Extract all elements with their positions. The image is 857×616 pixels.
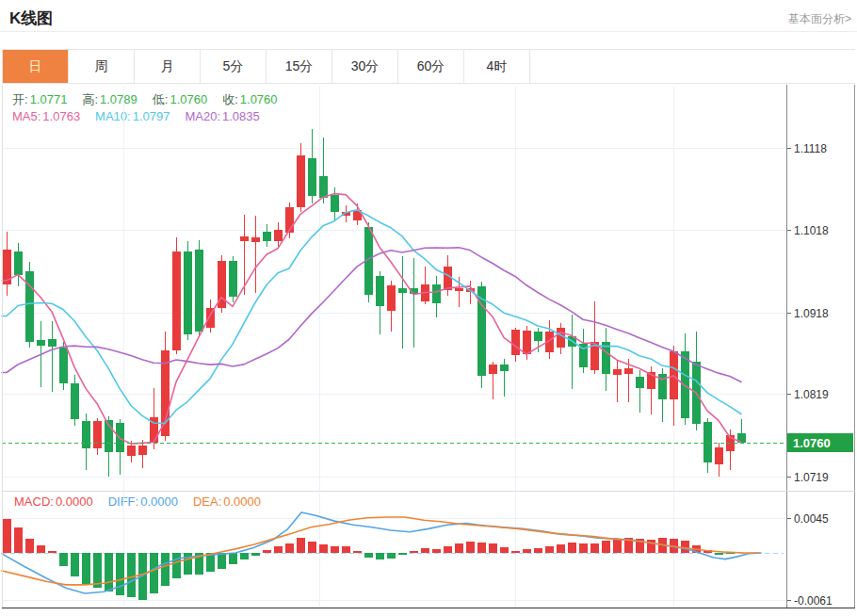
tab-week[interactable]: 周 (69, 50, 135, 83)
title-divider (0, 31, 857, 32)
kline-page: K线图 基本面分析> 日周月5分15分30分60分4时 开:1.0771 高:1… (0, 0, 857, 616)
current-price-badge-label: 1.0760 (793, 436, 831, 450)
tab-30min[interactable]: 30分 (332, 50, 398, 83)
macd-axis-label: -0.0061 (794, 594, 833, 608)
price-axis-label: 1.0918 (794, 307, 829, 320)
tab-day[interactable]: 日 (3, 50, 69, 83)
fundamental-analysis-link[interactable]: 基本面分析> (788, 11, 851, 27)
chart-plot-area[interactable] (2, 85, 786, 608)
current-price-badge (787, 433, 853, 452)
tab-5min[interactable]: 5分 (201, 50, 267, 83)
price-axis-label: 1.0719 (794, 471, 829, 484)
page-title: K线图 (9, 8, 53, 29)
macd-axis-label: 0.0045 (794, 512, 829, 526)
tab-15min[interactable]: 15分 (267, 50, 332, 83)
candlestick-chart: 1.11181.10181.09181.08191.07190.0045-0.0… (0, 0, 857, 616)
period-tabbar: 日周月5分15分30分60分4时 (2, 49, 855, 84)
price-axis-label: 1.1018 (794, 224, 829, 237)
price-axis-label: 1.1118 (794, 142, 827, 155)
tab-month[interactable]: 月 (135, 50, 201, 83)
price-axis-label: 1.0819 (794, 388, 829, 401)
tab-4hour[interactable]: 4时 (464, 50, 530, 83)
tab-60min[interactable]: 60分 (398, 50, 464, 83)
